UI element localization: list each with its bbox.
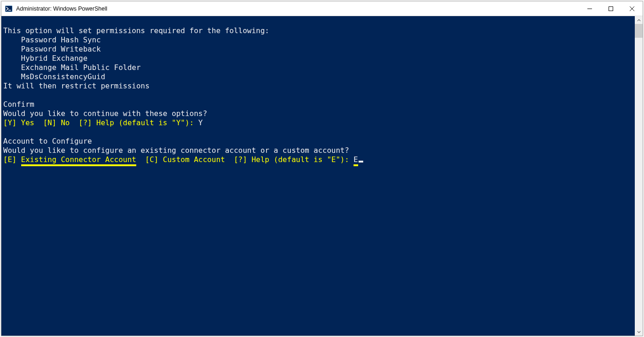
console-line: Password Hash Sync [3, 35, 101, 44]
console-line: It will then restrict permissions [3, 81, 150, 90]
powershell-window: Administrator: Windows PowerShell This o… [1, 1, 643, 336]
cursor [359, 161, 363, 163]
console-line: Password Writeback [3, 45, 101, 53]
console-area[interactable]: This option will set permissions require… [1, 16, 643, 336]
scroll-down-arrow[interactable] [635, 328, 643, 336]
console-line: Would you like to configure an existing … [3, 146, 349, 155]
svg-rect-0 [6, 6, 12, 12]
console-line: MsDsConsistencyGuid [3, 72, 105, 81]
prompt-sep [225, 155, 234, 164]
prompt-sep [34, 118, 43, 127]
prompt-option-custom: [C] Custom Account [145, 155, 225, 164]
prompt-option-help: [?] Help [234, 155, 269, 164]
prompt-sep [70, 118, 79, 127]
window-title: Administrator: Windows PowerShell [16, 6, 579, 12]
console-line: This option will set permissions require… [3, 26, 269, 35]
prompt-option-e-bracket: [E] [3, 155, 21, 164]
titlebar[interactable]: Administrator: Windows PowerShell [1, 1, 643, 16]
close-button[interactable] [621, 1, 643, 16]
window-controls [579, 1, 643, 16]
svg-rect-3 [609, 6, 613, 11]
prompt-default: (default is "E"): [269, 155, 354, 164]
prompt-default: (default is "Y"): [114, 118, 198, 127]
console-line: Account to Configure [3, 137, 92, 145]
minimize-button[interactable] [579, 1, 600, 16]
scroll-track[interactable] [635, 24, 643, 328]
prompt-sep [136, 155, 145, 164]
console-line: Exchange Mail Public Folder [3, 63, 141, 72]
prompt-input-e: E [354, 155, 358, 166]
maximize-button[interactable] [600, 1, 621, 16]
console-line: Confirm [3, 100, 34, 109]
prompt-option-existing: Existing Connector Account [21, 155, 136, 166]
prompt-input-yes: Y [198, 118, 203, 127]
powershell-icon [5, 5, 12, 12]
scroll-thumb[interactable] [635, 24, 643, 38]
console-line: Would you like to continue with these op… [3, 109, 207, 118]
prompt-option-yes: [Y] Yes [3, 118, 34, 127]
vertical-scrollbar[interactable] [635, 16, 643, 336]
console-line: Hybrid Exchange [3, 54, 87, 63]
console-content: This option will set permissions require… [1, 16, 635, 336]
prompt-option-no: [N] No [43, 118, 70, 127]
prompt-option-help: [?] Help [79, 118, 114, 127]
scroll-up-arrow[interactable] [635, 16, 643, 24]
